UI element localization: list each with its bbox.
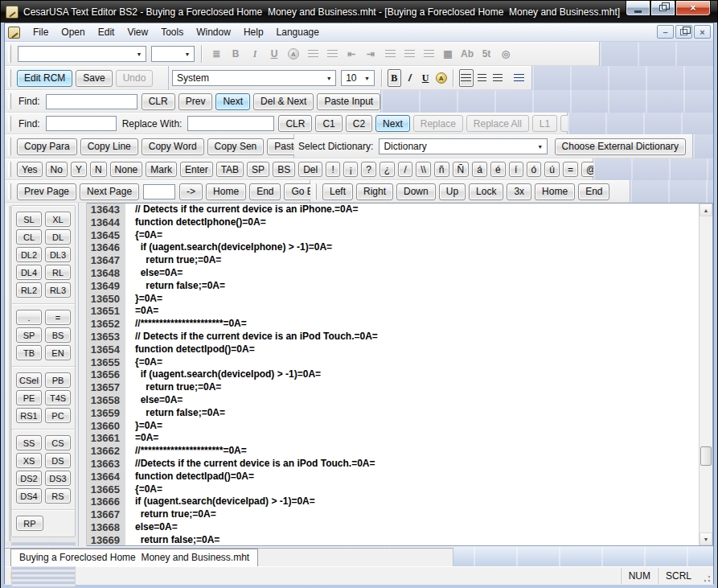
toolbar-grip[interactable] [8,162,11,177]
button-key[interactable]: / [398,162,412,177]
sidebar-button-rl3[interactable]: RL3 [45,282,71,298]
style-combo[interactable]: ▼ [18,46,146,62]
toolbar-grip[interactable] [8,183,11,199]
code-line[interactable]: 13664function detectIpad()=0A= [87,471,699,483]
code-line[interactable]: 13651=0A= [87,305,699,318]
code-line[interactable]: 13661=0A= [87,432,699,445]
sidebar-button-cl[interactable]: CL [16,229,42,245]
sidebar-button-pe[interactable]: PE [16,390,42,405]
italic-button[interactable]: / [403,69,416,87]
toolbar-grip[interactable] [8,69,11,87]
choose-external-dictionary-button[interactable]: Choose External Dictionary [555,138,686,155]
button-del-next[interactable]: Del & Next [253,93,314,110]
sidebar-button-rl[interactable]: RL [45,265,71,280]
code-line[interactable]: 13665{=0A= [87,483,699,496]
scroll-up-icon[interactable]: ▲ [700,204,712,216]
sidebar-button-dl4[interactable]: DL4 [16,265,42,280]
code-line[interactable]: 13643// Detects if the current device is… [87,204,699,216]
menu-item-open[interactable]: Open [55,25,91,39]
button-c2[interactable]: C2 [346,115,372,132]
font-color-button[interactable]: A [434,69,448,87]
sidebar-button-tb[interactable]: TB [16,345,42,360]
edit-rcm-button[interactable]: Edit RCM [17,70,72,87]
list-button[interactable] [512,69,526,87]
button-next[interactable]: Next [375,115,410,132]
button-yes[interactable]: Yes [17,162,43,177]
close-button[interactable]: × [675,1,711,16]
button-key[interactable]: ó [527,162,542,177]
toolbar-grip[interactable] [8,138,11,155]
sidebar-button-csel[interactable]: CSel [16,372,42,388]
align-right-button[interactable] [490,69,504,87]
button-next[interactable]: Next [215,93,250,110]
button-key[interactable]: ú [544,162,560,177]
code-line[interactable]: 13655{=0A= [87,356,699,369]
code-line[interactable]: 13662//**********************=0A= [87,445,699,458]
restore-button[interactable] [650,1,675,16]
button-enter[interactable]: Enter [180,162,213,177]
code-area[interactable]: 13643// Detects if the current device is… [87,204,699,545]
menu-item-help[interactable]: Help [237,25,270,39]
button-key[interactable]: á [472,162,487,177]
button-copy-line[interactable]: Copy Line [80,138,138,155]
splitter[interactable] [79,203,87,546]
code-line[interactable]: 13656 if (uagent.search(deviceIpod) > -1… [87,368,699,381]
menu-item-language[interactable]: Language [270,25,326,39]
text-editor[interactable]: 13643// Detects if the current device is… [87,203,713,546]
sidebar-button-sp[interactable]: SP [16,327,42,343]
sidebar-button-bs[interactable]: BS [45,327,71,343]
button-key[interactable]: ¿ [380,162,395,177]
document-tab[interactable]: Buying a Foreclosed Home Money and Busin… [10,549,258,566]
button-del[interactable]: Del [298,162,322,177]
save-button[interactable]: Save [76,70,112,87]
button-copy-sen[interactable]: Copy Sen [207,138,265,155]
button-key[interactable]: í [509,162,523,177]
code-line[interactable]: 13658 else=0A= [87,394,699,407]
mdi-close-button[interactable]: × [694,25,711,39]
sidebar-button-rs1[interactable]: RS1 [16,408,42,423]
button-key[interactable]: -> [179,183,203,200]
minimize-button[interactable] [626,1,650,16]
title-bar[interactable]: CesarUSA Text Editor BS2 - Buying a Fore… [1,1,717,23]
button-key[interactable]: \\ [416,162,431,177]
sidebar-button-xl[interactable]: XL [45,212,71,227]
button-home[interactable]: Home [535,183,575,200]
code-line[interactable]: 13668else=0A= [87,521,699,534]
sidebar-button-dl2[interactable]: DL2 [16,247,42,262]
code-line[interactable]: 13650}=0A= [87,293,699,306]
sidebar-button-dl3[interactable]: DL3 [45,247,71,262]
button-home[interactable]: Home [206,183,246,200]
button-key[interactable]: = [563,162,578,177]
toolbar-grip[interactable] [314,183,317,199]
mdi-restore-button[interactable] [675,25,692,39]
menu-item-file[interactable]: File [27,25,55,39]
button-y[interactable]: Y [71,162,87,177]
button-lock[interactable]: Lock [469,183,503,200]
sidebar-button-t4s[interactable]: T4S [45,390,71,405]
button-mark[interactable]: Mark [146,162,177,177]
button-prev-page[interactable]: Prev Page [17,183,76,200]
bold-button[interactable]: B [388,69,401,87]
button-left[interactable]: Left [322,183,353,200]
menu-item-view[interactable]: View [121,25,154,39]
sidebar-button-key[interactable]: = [45,310,71,325]
code-line[interactable]: 13652//**********************=0A= [87,318,699,331]
sidebar-button-rs[interactable]: RS [45,488,71,504]
goto-line-input[interactable] [143,184,175,199]
button-key[interactable]: é [490,162,506,177]
code-line[interactable]: 13654function detectIpod()=0A= [87,343,699,356]
button-tab[interactable]: TAB [216,162,244,177]
button-none[interactable]: None [110,162,143,177]
scrollbar-thumb[interactable] [700,446,712,466]
button-3x[interactable]: 3x [507,183,531,200]
find2-input[interactable] [46,116,117,131]
sidebar-button-ds4[interactable]: DS4 [16,488,42,504]
button-n[interactable]: N [90,162,107,177]
underline-button[interactable]: U [418,69,432,87]
sidebar-button-ds[interactable]: DS [45,453,71,468]
menu-item-tools[interactable]: Tools [154,25,190,39]
button-no[interactable]: No [46,162,68,177]
button-key[interactable]: ? [361,162,376,177]
code-line[interactable]: 13663//Detects if the current device is … [87,458,699,471]
code-line[interactable]: 13644function detectIphone()=0A= [87,216,699,229]
